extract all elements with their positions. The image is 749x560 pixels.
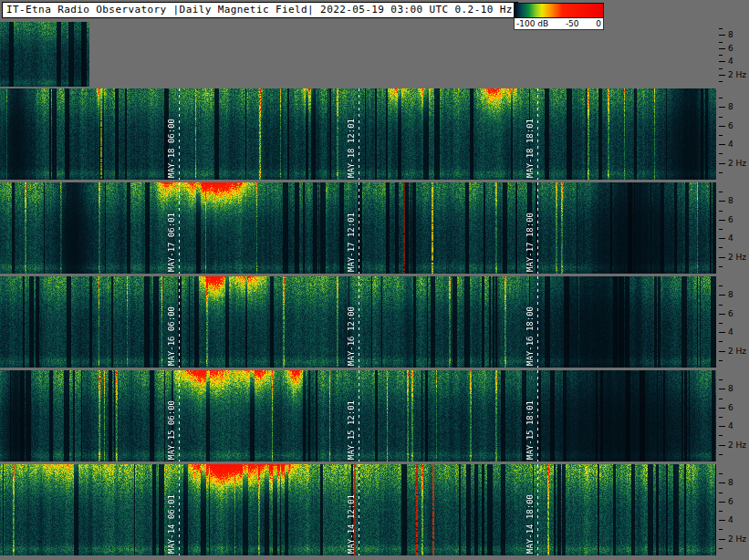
freq-tick-label: 8 <box>728 290 733 299</box>
freq-tick-label: 4 <box>728 57 733 66</box>
spectrogram-row-may-16: MAY-16 06:00MAY-16 12:00MAY-16 18:008642… <box>0 276 749 368</box>
freq-tick-major <box>719 295 725 296</box>
time-gridline <box>359 182 359 274</box>
freq-tick-label: 6 <box>728 44 733 53</box>
time-gridline <box>537 276 538 368</box>
time-gridline <box>537 370 538 461</box>
title-bar: IT-Etna Radio Observatory |Daily Magneti… <box>2 2 518 18</box>
freq-tick-label: 8 <box>728 478 733 487</box>
freq-tick-minor <box>719 548 723 549</box>
freq-tick-label: 8 <box>728 30 733 39</box>
time-tick-label: MAY-15 06:00 <box>167 400 176 460</box>
time-tick-label: MAY-17 18:00 <box>525 213 535 272</box>
freq-tick-label: 8 <box>728 196 733 205</box>
freq-tick-minor <box>719 117 723 118</box>
freq-tick-major <box>719 389 725 389</box>
freq-tick-label: 6 <box>728 403 733 412</box>
freq-tick-major <box>719 126 725 127</box>
freq-tick-major <box>719 238 725 239</box>
time-tick-label: MAY-16 06:00 <box>167 306 176 366</box>
freq-tick-minor <box>719 192 723 192</box>
freq-tick-major <box>719 201 725 202</box>
time-gridline <box>179 464 180 555</box>
freq-tick-minor <box>719 55 723 56</box>
time-gridline <box>537 464 538 555</box>
freq-tick-label: 2 Hz <box>728 253 746 262</box>
freq-tick-minor <box>719 529 723 530</box>
time-gridline <box>179 370 180 461</box>
time-gridline <box>359 370 359 461</box>
freq-tick-label: 4 <box>728 327 733 337</box>
time-tick-label: MAY-18 06:00 <box>167 119 176 178</box>
freq-tick-major <box>719 61 725 62</box>
freq-tick-label: 2 Hz <box>728 534 746 544</box>
freq-tick-label: 6 <box>728 309 733 318</box>
freq-tick-major <box>719 163 725 164</box>
freq-tick-minor <box>719 172 723 173</box>
spectrogram-row-may-17: MAY-17 06:01MAY-17 12:01MAY-17 18:008642… <box>0 182 749 274</box>
freq-tick-minor <box>719 68 723 69</box>
colorbar-gradient <box>514 3 604 18</box>
freq-tick-major <box>719 314 725 315</box>
freq-tick-minor <box>719 266 723 267</box>
freq-tick-minor <box>719 135 723 136</box>
frequency-axis: 8642 Hz <box>717 88 749 180</box>
freq-tick-major <box>719 426 725 427</box>
freq-tick-minor <box>719 493 723 493</box>
freq-tick-label: 8 <box>728 384 733 393</box>
page-title: IT-Etna Radio Observatory |Daily Magneti… <box>6 4 513 16</box>
spectrogram-row-may-15: MAY-15 06:00MAY-15 12:01MAY-15 18:018642… <box>0 370 749 461</box>
time-tick-label: MAY-15 18:01 <box>525 400 535 460</box>
freq-tick-minor <box>719 229 723 230</box>
freq-tick-label: 4 <box>728 421 733 430</box>
frequency-axis: 8642 Hz <box>717 370 749 461</box>
freq-tick-minor <box>719 285 723 286</box>
freq-tick-minor <box>719 28 723 29</box>
freq-tick-minor <box>719 399 723 399</box>
freq-tick-label: 8 <box>728 102 733 111</box>
freq-tick-label: 4 <box>728 515 733 524</box>
freq-tick-minor <box>719 81 723 82</box>
colorbar-min-label: -100 dB <box>516 19 548 28</box>
time-gridline <box>179 276 180 368</box>
freq-tick-label: 6 <box>728 121 733 130</box>
freq-tick-label: 4 <box>728 140 733 149</box>
time-tick-label: MAY-18 18:01 <box>525 119 535 178</box>
freq-tick-minor <box>719 305 723 306</box>
freq-tick-minor <box>719 473 723 474</box>
freq-tick-minor <box>719 98 723 99</box>
time-tick-label: MAY-14 06:01 <box>167 494 176 554</box>
freq-tick-label: 2 Hz <box>728 347 746 356</box>
freq-tick-label: 2 Hz <box>728 441 746 450</box>
freq-tick-major <box>719 445 725 446</box>
time-gridline <box>359 88 359 180</box>
time-gridline <box>537 182 538 274</box>
freq-tick-minor <box>719 247 723 248</box>
freq-tick-major <box>719 482 725 483</box>
freq-tick-minor <box>719 379 723 380</box>
freq-tick-major <box>719 351 725 352</box>
freq-tick-major <box>719 144 725 145</box>
spectrogram-row-may-19: 8642 Hz <box>0 22 749 87</box>
time-tick-label: MAY-17 06:01 <box>167 213 176 272</box>
time-tick-label: MAY-18 12:01 <box>347 119 356 178</box>
freq-tick-label: 2 Hz <box>728 70 746 79</box>
time-tick-label: MAY-16 12:00 <box>347 306 356 366</box>
freq-tick-minor <box>719 360 723 361</box>
spectrogram-row-may-14: MAY-14 06:01MAY-14 12:01MAY-14 18:008642… <box>0 464 749 555</box>
frequency-axis: 8642 Hz <box>717 182 749 274</box>
frequency-axis: 8642 Hz <box>717 22 749 87</box>
time-tick-label: MAY-15 12:01 <box>347 400 356 460</box>
colorbar-max-label: 0 <box>596 19 601 28</box>
freq-tick-minor <box>719 454 723 455</box>
frequency-axis: 8642 Hz <box>717 464 749 555</box>
freq-tick-minor <box>719 42 723 43</box>
freq-tick-minor <box>719 211 723 212</box>
freq-tick-minor <box>719 341 723 342</box>
freq-tick-major <box>719 257 725 258</box>
freq-tick-major <box>719 520 725 521</box>
freq-tick-major <box>719 332 725 333</box>
colorbar-scale: -100 dB -50 0 <box>514 18 604 30</box>
freq-tick-major <box>719 502 725 503</box>
time-gridline <box>179 88 180 180</box>
